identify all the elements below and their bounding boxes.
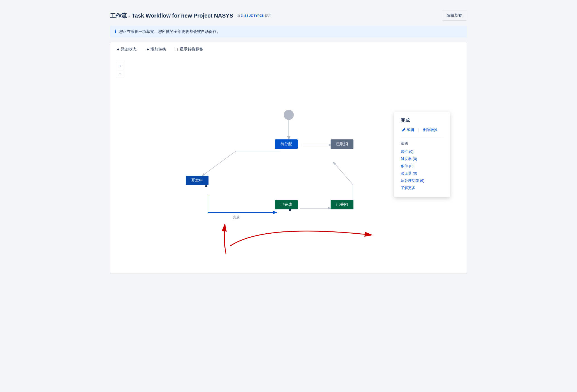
node-completed-label: 已完成: [280, 202, 292, 207]
popup-section-title: 选项: [401, 141, 443, 146]
popup-title: 完成: [401, 118, 443, 124]
transition-label[interactable]: 完成: [232, 215, 241, 220]
connection-dot-developing: [205, 185, 207, 187]
edit-icon: [401, 128, 406, 132]
red-arrow-1: [208, 218, 381, 251]
node-pending-label: 待分配: [280, 142, 292, 147]
add-transition-button[interactable]: + 增加转换: [144, 46, 168, 53]
node-developing[interactable]: 开发中: [186, 176, 209, 185]
banner-message: 您正在编辑一项草案。您所做的全部更改都会被自动保存。: [119, 29, 220, 34]
badge-count: 3 ISSUE TYPES: [241, 14, 264, 17]
popup-delete-label: 删除转换: [423, 127, 438, 132]
node-closed-label: 已关闭: [336, 202, 348, 207]
workflow-canvas: + −: [110, 56, 467, 274]
popup-option-5[interactable]: 了解更多: [401, 184, 443, 192]
plus-icon-2: +: [147, 47, 149, 52]
popup-option-2[interactable]: 条件 (0): [401, 163, 443, 170]
show-labels-group: 显示转换标签: [174, 47, 203, 52]
popup-edit-button[interactable]: 编辑: [401, 127, 415, 133]
badge-suffix: 使用: [265, 13, 271, 18]
popup-divider: |: [417, 128, 420, 132]
node-cancelled-label: 已取消: [336, 142, 348, 147]
plus-icon: +: [117, 47, 119, 52]
page-header: 工作流 - Task Workflow for new Project NASY…: [110, 6, 467, 26]
edit-draft-button[interactable]: 编辑草案: [442, 11, 467, 21]
show-labels-checkbox[interactable]: [174, 48, 178, 51]
popup-option-0[interactable]: 属性 (0): [401, 148, 443, 155]
node-completed[interactable]: 已完成: [275, 200, 298, 209]
node-pending[interactable]: 待分配: [275, 139, 298, 149]
popup-delete-button[interactable]: 删除转换: [423, 127, 438, 133]
popup-actions: 编辑 | 删除转换: [401, 127, 443, 137]
workflow-toolbar: + 添加状态 + 增加转换 显示转换标签: [110, 42, 467, 56]
add-status-button[interactable]: + 添加状态: [115, 46, 139, 53]
show-labels-label[interactable]: 显示转换标签: [180, 47, 203, 52]
context-popup: 完成 编辑 | 删除转换 选项 属性 (0) 触发器 (0) 条件 (0) 验证…: [394, 112, 450, 197]
info-banner: ℹ 您正在编辑一项草案。您所做的全部更改都会被自动保存。: [110, 26, 467, 38]
badge-prefix: 由: [237, 13, 240, 18]
issue-types-badge[interactable]: 由 3 ISSUE TYPES 使用: [237, 13, 271, 18]
zoom-in-button[interactable]: +: [116, 62, 124, 70]
popup-option-1[interactable]: 触发器 (0): [401, 155, 443, 163]
node-cancelled[interactable]: 已取消: [331, 139, 353, 149]
page-title: 工作流 - Task Workflow for new Project NASY…: [110, 12, 233, 20]
popup-options-list: 属性 (0) 触发器 (0) 条件 (0) 验证器 (0) 后处理功能 (6) …: [401, 148, 443, 192]
popup-edit-label: 编辑: [407, 127, 414, 132]
info-icon: ℹ: [115, 29, 116, 34]
zoom-controls: + −: [116, 62, 124, 78]
header-left: 工作流 - Task Workflow for new Project NASY…: [110, 12, 271, 20]
node-developing-label: 开发中: [191, 178, 203, 183]
node-closed[interactable]: 已关闭: [331, 200, 353, 209]
red-arrow-2: [209, 224, 251, 257]
popup-option-4[interactable]: 后处理功能 (6): [401, 177, 443, 184]
popup-option-3[interactable]: 验证器 (0): [401, 170, 443, 177]
add-transition-label: 增加转换: [151, 47, 166, 52]
zoom-out-button[interactable]: −: [116, 70, 124, 78]
add-status-label: 添加状态: [121, 47, 137, 52]
start-node: [284, 110, 294, 120]
connection-dot-completed: [289, 209, 291, 211]
